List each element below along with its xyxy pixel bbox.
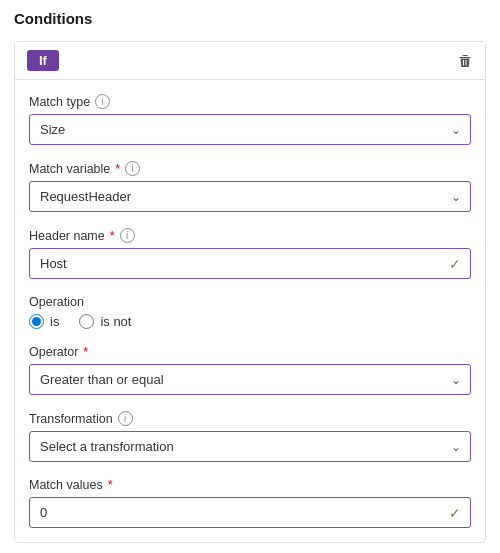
match-values-label: Match values * <box>29 478 471 492</box>
transformation-group: Transformation i Select a transformation… <box>29 411 471 462</box>
match-values-input[interactable] <box>29 497 471 528</box>
operation-isnot-label[interactable]: is not <box>79 314 131 329</box>
transformation-info-icon[interactable]: i <box>118 411 133 426</box>
condition-card: If Match type i Size IP Address GeoMatch… <box>14 41 486 543</box>
operation-group: Operation is is not <box>29 295 471 329</box>
transformation-select[interactable]: Select a transformation Lowercase Upperc… <box>29 431 471 462</box>
if-badge: If <box>27 50 59 71</box>
operator-label: Operator * <box>29 345 471 359</box>
match-variable-select[interactable]: RequestHeader RequestMethod RequestUri Q… <box>29 181 471 212</box>
match-variable-group: Match variable * i RequestHeader Request… <box>29 161 471 212</box>
header-name-group: Header name * i ✓ <box>29 228 471 279</box>
operator-select[interactable]: Greater than or equal Less than Greater … <box>29 364 471 395</box>
svg-rect-0 <box>460 57 471 58</box>
header-name-input[interactable] <box>29 248 471 279</box>
match-type-select[interactable]: Size IP Address GeoMatch RequestHeader <box>29 114 471 145</box>
match-type-label: Match type i <box>29 94 471 109</box>
match-values-required-star: * <box>108 478 113 492</box>
header-name-info-icon[interactable]: i <box>120 228 135 243</box>
operation-options: is is not <box>29 314 471 329</box>
delete-icon[interactable] <box>457 53 473 69</box>
match-values-group: Match values * ✓ <box>29 478 471 528</box>
required-star: * <box>115 162 120 176</box>
operator-group: Operator * Greater than or equal Less th… <box>29 345 471 395</box>
header-name-label: Header name * i <box>29 228 471 243</box>
match-type-group: Match type i Size IP Address GeoMatch Re… <box>29 94 471 145</box>
operation-isnot-radio[interactable] <box>79 314 94 329</box>
header-name-required-star: * <box>110 229 115 243</box>
match-variable-label: Match variable * i <box>29 161 471 176</box>
operation-label: Operation <box>29 295 471 309</box>
condition-body: Match type i Size IP Address GeoMatch Re… <box>15 80 485 542</box>
operation-is-radio[interactable] <box>29 314 44 329</box>
match-variable-info-icon[interactable]: i <box>125 161 140 176</box>
transformation-label: Transformation i <box>29 411 471 426</box>
page-title: Conditions <box>14 10 486 27</box>
operation-is-label[interactable]: is <box>29 314 59 329</box>
condition-header: If <box>15 42 485 80</box>
match-type-info-icon[interactable]: i <box>95 94 110 109</box>
operator-required-star: * <box>83 345 88 359</box>
